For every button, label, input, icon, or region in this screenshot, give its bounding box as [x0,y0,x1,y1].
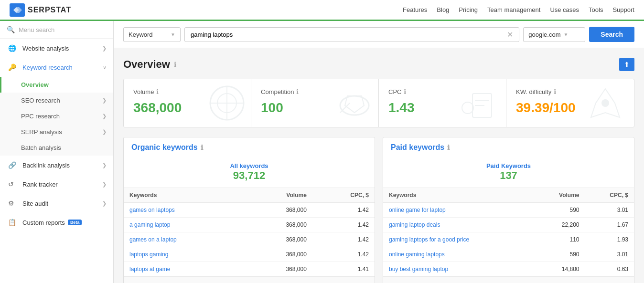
chevron-right-icon-4: ❯ [102,162,107,168]
page-content: Overview ℹ ⬆ Volume ℹ 368,000 [114,48,644,283]
organic-count: 93,712 [131,169,367,182]
competition-info-icon[interactable]: ℹ [296,88,299,95]
table-row: gaming laptops for a good price 110 1.93 [383,232,634,247]
paid-keywords-info-icon[interactable]: ℹ [447,144,450,151]
organic-keyword-cell: games on a laptop [124,232,246,247]
chevron-right-icon: ❯ [102,97,107,104]
keyword-research-sub-items: Overview SEO research ❯ PPC research ❯ S… [0,77,113,156]
paid-count: 137 [391,169,626,182]
sidebar-item-website-analysis[interactable]: 🌐 Website analysis ❯ [0,39,113,58]
search-icon: 🔍 [7,26,15,33]
export-button[interactable]: ⬆ [619,58,634,71]
keyword-research-icon: 🔑 [8,63,18,71]
nav-tools[interactable]: Tools [589,6,603,13]
logo[interactable]: SERPSTAT [10,3,71,17]
paid-keywords-title: Paid keywords ℹ [383,137,634,152]
competition-deco [321,79,378,127]
table-row: laptops gaming 368,000 1.42 [124,247,375,262]
sidebar-item-keyword-research[interactable]: 🔑 Keyword research ∨ [0,58,113,77]
sidebar-sub-batch-analysis[interactable]: Batch analysis [0,140,113,156]
paid-keyword-link[interactable]: buy best gaming laptop [389,266,448,273]
search-type-label: Keyword [129,31,153,38]
sidebar-label-backlink-analysis: Backlink analysis [22,162,70,169]
clear-icon[interactable]: ✕ [505,30,515,39]
page-header: Overview ℹ ⬆ [123,58,634,71]
page-title: Overview [123,58,170,71]
logo-icon [10,3,25,17]
volume-deco [193,79,251,127]
sidebar-item-rank-tracker[interactable]: ↺ Rank tracker ❯ [0,175,113,194]
sidebar-item-custom-reports[interactable]: 📋 Custom reports Beta [0,213,113,232]
nav-blog[interactable]: Blog [437,6,449,13]
keyword-search-input[interactable] [189,28,505,42]
nav-use-cases[interactable]: Use cases [550,6,579,13]
cpc-info-icon[interactable]: ℹ [404,88,406,95]
organic-keyword-link[interactable]: games on laptops [129,207,175,213]
organic-volume-cell: 368,000 [246,203,312,218]
paid-show-all-row: Show all [383,276,634,283]
sidebar-sub-serp-analysis[interactable]: SERP analysis ❯ [0,124,113,140]
metric-cpc: CPC ℹ 1.43 [379,79,506,127]
organic-keywords-table: Keywords Volume CPC, $ games on laptops … [124,188,375,276]
paid-volume-cell: 590 [533,203,585,218]
paid-cpc-cell: 1.93 [585,232,634,247]
custom-reports-icon: 📋 [8,219,18,226]
sidebar-label-keyword-research: Keyword research [22,64,73,71]
paid-col-cpc: CPC, $ [585,188,634,203]
volume-info-icon[interactable]: ℹ [156,88,159,95]
organic-keyword-link[interactable]: games on a laptop [129,236,177,243]
sidebar-sub-seo-research[interactable]: SEO research ❯ [0,93,113,108]
paid-keywords-label: Paid Keywords [391,162,626,169]
paid-keywords-table: Keywords Volume CPC, $ online game for l… [383,188,634,276]
paid-keyword-cell: online gaming laptops [383,247,533,262]
paid-keyword-link[interactable]: gaming laptop deals [389,221,440,228]
sidebar-item-backlink-analysis[interactable]: 🔗 Backlink analysis ❯ [0,156,113,175]
organic-keyword-link[interactable]: laptops at game [129,266,170,273]
paid-keyword-cell: gaming laptop deals [383,218,533,232]
sidebar-search[interactable]: 🔍 Menu search [0,21,113,39]
all-keywords-label: All keywords [131,162,367,169]
table-row: games on laptops 368,000 1.42 [124,203,375,218]
engine-select[interactable]: google.com ▼ [523,27,585,42]
organic-keyword-link[interactable]: laptops gaming [129,251,168,258]
cpc-deco [449,79,506,127]
metric-kw-difficulty: KW. difficulty ℹ 39.39/100 [506,79,634,127]
organic-cpc-cell: 1.42 [312,247,375,262]
paid-keyword-link[interactable]: online game for laptop [389,207,446,213]
seo-research-label: SEO research [21,97,60,104]
paid-keywords-card: Paid keywords ℹ Paid Keywords 137 Keywor… [383,137,634,283]
organic-col-volume: Volume [246,188,312,203]
nav-features[interactable]: Features [403,6,427,13]
paid-col-volume: Volume [533,188,585,203]
organic-keyword-link[interactable]: a gaming laptop [129,221,170,228]
paid-keyword-link[interactable]: online gaming laptops [389,251,445,258]
search-type-select[interactable]: Keyword ▼ [123,27,181,42]
sidebar-sub-ppc-research[interactable]: PPC research ❯ [0,108,113,124]
overview-label: Overview [21,81,49,88]
paid-keyword-cell: online game for laptop [383,203,533,218]
chevron-down-icon: ∨ [103,64,107,71]
nav-support[interactable]: Support [612,6,634,13]
nav-team-management[interactable]: Team management [487,6,540,13]
sidebar-sub-overview[interactable]: Overview [0,77,113,93]
sidebar-item-site-audit[interactable]: ⚙ Site audit ❯ [0,194,113,213]
paid-keyword-link[interactable]: gaming laptops for a good price [389,236,469,243]
sidebar-label-custom-reports: Custom reports [22,219,65,226]
organic-keyword-cell: games on laptops [124,203,246,218]
table-row: a gaming laptop 368,000 1.42 [124,218,375,232]
organic-all-keywords-header: All keywords 93,712 [124,157,375,188]
sidebar-label-website-analysis: Website analysis [22,45,69,52]
tables-row: Organic keywords ℹ All keywords 93,712 K… [123,137,634,283]
paid-cpc-cell: 3.01 [585,203,634,218]
metric-competition: Competition ℹ 100 [251,79,379,127]
nav-pricing[interactable]: Pricing [459,6,478,13]
kw-difficulty-info-icon[interactable]: ℹ [554,88,556,95]
organic-keywords-info-icon[interactable]: ℹ [201,144,203,151]
paid-volume-cell: 590 [533,247,585,262]
overview-info-icon[interactable]: ℹ [174,61,176,68]
paid-cpc-cell: 3.01 [585,247,634,262]
top-nav-links: Features Blog Pricing Team management Us… [403,6,634,13]
table-row: buy best gaming laptop 14,800 0.63 [383,262,634,277]
rank-tracker-icon: ↺ [8,180,18,188]
search-button[interactable]: Search [589,27,634,42]
